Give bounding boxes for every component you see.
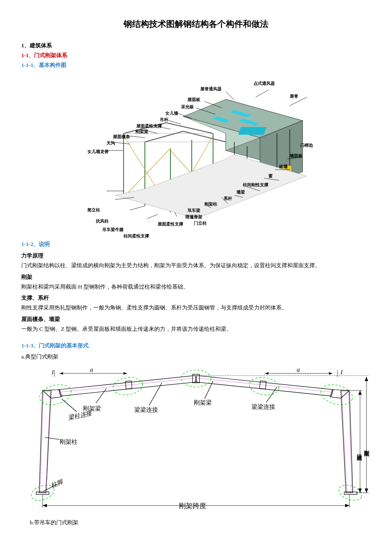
label-jianlizhu: 简立柱 — [87, 207, 100, 214]
svg-point-71 — [37, 382, 74, 408]
page-title: 钢结构技术图解钢结构各个构件和做法 — [21, 17, 371, 31]
svg-marker-65 — [195, 376, 333, 396]
section-1-1-3: 1-1-3、门式刚架的基本形式 — [21, 341, 371, 350]
label-zhuijian-gangxing: 柱间刚性支撑 — [243, 182, 268, 188]
svg-marker-90 — [329, 372, 332, 375]
label-qiangmianban: 墙面板 — [290, 153, 303, 159]
svg-line-82 — [62, 399, 77, 412]
caption-form-a: a.典型门式刚架 — [21, 353, 371, 361]
para-wumian: 一般为 C 型钢、Z 型钢。承受屋面板和墙面板上传递来的力，并将该力传递给柱和梁… — [21, 325, 371, 334]
label-caiguanban: 采光板 — [181, 104, 194, 110]
caption-form-b: b.带吊车的门式刚架 — [30, 518, 371, 527]
svg-marker-56 — [39, 390, 51, 493]
svg-line-55 — [147, 214, 158, 219]
label-menkuangbian: 门框边 — [300, 142, 313, 149]
label-wumianban: 屋面板 — [187, 96, 200, 103]
svg-line-80 — [205, 381, 213, 399]
label-gangjiazhu: 刚架柱 — [205, 201, 217, 208]
portal-frame-diagram: a a 1 1 刚架梁 梁梁连接 刚架梁 梁梁连接 梁柱连接 刚架柱 柱脚 刚架… — [21, 365, 371, 514]
svg-marker-99 — [358, 390, 362, 395]
dim-a1: a — [90, 366, 93, 373]
svg-line-67 — [197, 378, 332, 392]
label-wuji-tongfeng: 屋脊通风器 — [200, 86, 222, 92]
label-diaogan: 吊杆 — [160, 116, 168, 123]
label-chuang: 窗 — [268, 173, 273, 179]
label-yupengguliang: 雨篷骨架 — [185, 214, 202, 220]
label-xigang: 系杆 — [224, 195, 232, 202]
label-gangjialing2: 刚架梁 — [194, 398, 212, 408]
svg-marker-64 — [59, 376, 197, 396]
section-1-1-2: 1-1-2、说明 — [21, 240, 371, 249]
label-zhuijian-rouxing: 柱间柔性支撑 — [124, 233, 149, 240]
label-kuadu: 刚架跨度 — [179, 500, 206, 512]
label-zhuanqiang: 砖墙 — [279, 163, 288, 170]
label-liangliang2: 梁梁连接 — [251, 402, 275, 412]
svg-rect-60 — [36, 492, 49, 494]
label-nverqiang: 女儿墙 — [165, 110, 178, 117]
heading-zhicheng: 支撑、系杆 — [21, 294, 371, 303]
label-wumian-linchao: 屋面檩条 — [113, 133, 130, 140]
heading-gangjia: 刚架 — [21, 273, 371, 282]
para-gangjia: 刚架柱和梁均采用截面 H 型钢制作，各种荷载通过柱和梁传给基础。 — [21, 283, 371, 292]
label-nverqiang-longgu: 女儿墙龙骨 — [87, 148, 109, 155]
svg-line-54 — [130, 206, 145, 210]
heading-wumian: 屋面檩条、墙梁 — [21, 315, 371, 324]
dim-a2: a — [297, 366, 300, 373]
section-1-1-1: 1-1-1、基本构件图 — [21, 61, 371, 70]
label-gangjialing: 刚架梁 — [135, 128, 148, 135]
svg-line-21 — [145, 131, 183, 142]
para-lixue: 门式刚架结构以柱、梁组成的横向刚架为主受力结构，刚架为平面受力体系。为保证纵向稳… — [21, 261, 371, 270]
label-diaocheliang: 吊车梁 — [187, 207, 200, 214]
dim-1-left: 1 — [51, 369, 55, 376]
section-1-1: 1-1、门式刚架体系 — [21, 51, 371, 60]
svg-marker-95 — [345, 504, 349, 507]
svg-marker-88 — [124, 372, 127, 375]
label-wumian-rouxing2: 屋面柔性支撑 — [158, 221, 183, 228]
dim-1-right: 1 — [340, 369, 343, 376]
heading-lixue: 力学原理 — [21, 251, 371, 260]
label-kangfengzhu: 抗风柱 — [96, 218, 109, 225]
label-wuji: 屋脊 — [290, 93, 298, 100]
label-tiangou: 天沟 — [107, 140, 115, 147]
label-qianglilin: 墙梁 — [236, 189, 245, 196]
svg-marker-94 — [43, 504, 47, 507]
para-zhicheng: 刚性支撑采用热轧型钢制作，一般为角钢。柔性支撑为圆钢。系杆为受压圆钢管，与支撑组… — [21, 304, 371, 312]
svg-marker-100 — [358, 489, 362, 493]
svg-line-31 — [226, 92, 234, 100]
label-menlizhu: 门立柱 — [194, 220, 207, 227]
svg-rect-7 — [238, 127, 267, 135]
svg-line-83 — [45, 437, 60, 439]
svg-line-22 — [183, 131, 226, 142]
label-gangjiazhu: 刚架柱 — [60, 437, 78, 447]
svg-marker-102 — [365, 377, 368, 381]
svg-line-66 — [60, 378, 195, 392]
section-1: 1、建筑体系 — [21, 41, 371, 50]
label-liangliang1: 梁梁连接 — [134, 405, 158, 415]
svg-marker-89 — [265, 372, 268, 375]
svg-point-75 — [319, 382, 355, 408]
svg-line-30 — [256, 90, 268, 97]
label-dianshi: 点式通风器 — [254, 80, 275, 87]
basic-component-diagram: 点式通风器 屋脊通风器 屋脊 屋面板 采光板 女儿墙 吊杆 屋面柔性支撑 刚架梁… — [64, 74, 328, 236]
svg-marker-87 — [60, 372, 63, 375]
svg-line-78 — [96, 388, 107, 403]
label-diaoche-niutu: 吊车梁牛腿 — [102, 226, 124, 233]
svg-marker-103 — [365, 489, 368, 493]
svg-marker-58 — [341, 390, 353, 493]
